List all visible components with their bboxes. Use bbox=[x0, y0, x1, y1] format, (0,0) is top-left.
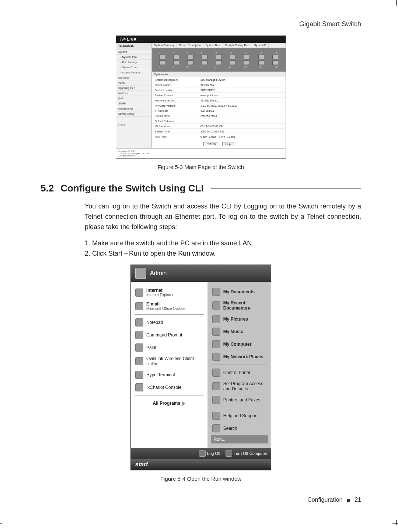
section-title: Configure the Switch Using CLI bbox=[60, 183, 204, 194]
port-icon bbox=[188, 61, 193, 65]
start-item[interactable]: My Pictures bbox=[209, 313, 269, 325]
start-item[interactable]: My Music bbox=[209, 325, 269, 338]
start-item-email[interactable]: E-mail Microsoft Office Outlook bbox=[132, 299, 206, 313]
sidebar-item[interactable]: Switching bbox=[116, 75, 151, 80]
tab[interactable]: System Summary bbox=[152, 43, 177, 48]
port-icon bbox=[230, 55, 236, 59]
notepad-icon bbox=[135, 318, 143, 327]
sidebar-logout[interactable]: Logout bbox=[116, 122, 151, 127]
tab-row: System Summary Device Description System… bbox=[152, 43, 286, 48]
section-number: 5.2 bbox=[41, 183, 54, 194]
sidebar-item[interactable]: VLAN bbox=[116, 80, 151, 86]
port-icon bbox=[159, 55, 165, 59]
logoff-icon bbox=[199, 450, 206, 457]
section-heading: 5.2 Configure the Switch Using CLI bbox=[41, 183, 361, 194]
port-icon bbox=[159, 61, 165, 65]
start-item[interactable]: OvisLink Wireless Client Utility bbox=[132, 354, 206, 369]
start-item[interactable]: Set Program Access and Defaults bbox=[209, 379, 269, 394]
tab[interactable]: System IP bbox=[252, 43, 269, 48]
port-icon bbox=[244, 55, 250, 59]
port-icon bbox=[230, 61, 236, 65]
copyright: Copyright © 2012 TP-LINK Technologies Co… bbox=[116, 148, 286, 158]
start-menu-footer: Log Off Turn Off Computer bbox=[131, 448, 271, 459]
help-button[interactable]: Help bbox=[222, 142, 234, 146]
separator bbox=[212, 408, 267, 408]
start-item[interactable]: My Documents bbox=[209, 286, 269, 298]
system-info-table: System Description:16G Managed Switch De… bbox=[152, 77, 286, 140]
start-item[interactable]: Control Panel bbox=[209, 366, 269, 379]
start-item[interactable]: Search bbox=[209, 422, 269, 435]
sidebar-item[interactable]: • System Info bbox=[116, 55, 151, 60]
all-programs[interactable]: All Programs bbox=[132, 397, 206, 408]
figure-caption-5-4: Figure 5-4 Open the Run window bbox=[41, 476, 361, 482]
sidebar-item[interactable]: Spanning Tree bbox=[116, 86, 151, 91]
start-item[interactable]: Help and Support bbox=[209, 410, 269, 422]
port-icon bbox=[216, 61, 222, 65]
sidebar-item[interactable]: • Access Security bbox=[116, 70, 151, 75]
sidebar-item[interactable]: System bbox=[116, 49, 151, 55]
power-icon bbox=[226, 450, 232, 457]
start-item[interactable]: My Network Places bbox=[209, 350, 269, 363]
computer-icon bbox=[212, 340, 220, 348]
section-rule bbox=[211, 188, 361, 189]
tab[interactable]: Device Description bbox=[177, 43, 203, 48]
start-right-column: My Documents My Recent Documents ▸ My Pi… bbox=[208, 282, 271, 448]
user-name: Admin bbox=[150, 270, 167, 277]
sidebar-item[interactable]: Saving Config bbox=[116, 111, 151, 117]
brand-label: TP-LINK bbox=[116, 36, 286, 43]
sidebar-spacer bbox=[116, 117, 151, 122]
sidebar-item[interactable]: • System Tools bbox=[116, 65, 151, 70]
refresh-button[interactable]: Refresh bbox=[203, 142, 219, 146]
ie-icon bbox=[135, 289, 143, 297]
info-header: System Info bbox=[152, 72, 286, 77]
ixchariot-icon bbox=[135, 383, 143, 391]
folder-icon bbox=[212, 328, 220, 336]
port-icon bbox=[258, 55, 264, 59]
port-icon bbox=[173, 55, 179, 59]
port-icon bbox=[272, 61, 278, 65]
port-icon bbox=[188, 55, 193, 59]
defaults-icon bbox=[212, 382, 220, 390]
printer-icon bbox=[212, 396, 220, 404]
start-button[interactable]: start bbox=[131, 459, 271, 470]
sidebar-item[interactable]: QoS bbox=[116, 96, 151, 101]
square-icon bbox=[347, 499, 350, 502]
sidebar-item[interactable]: SNMP bbox=[116, 101, 151, 106]
port-icon bbox=[272, 55, 278, 59]
step-2: 2. Click Start→Run to open the Run windo… bbox=[85, 249, 361, 259]
start-item[interactable]: Command Prompt bbox=[132, 329, 206, 341]
figure-caption-5-3: Figure 5-3 Main Page of the Switch bbox=[41, 164, 361, 170]
tab[interactable]: System Time bbox=[203, 43, 223, 48]
port-icon bbox=[244, 61, 250, 65]
start-item[interactable]: IxChariot Console bbox=[132, 381, 206, 394]
separator bbox=[135, 395, 204, 395]
outlook-icon bbox=[135, 302, 143, 310]
step-1: 1. Make sure the switch and the PC are i… bbox=[85, 238, 361, 249]
sidebar-item[interactable]: Multicast bbox=[116, 91, 151, 96]
paragraph: You can log on to the Switch and access … bbox=[85, 201, 361, 232]
start-item[interactable]: My Recent Documents ▸ bbox=[209, 298, 269, 313]
avatar-icon bbox=[135, 268, 146, 279]
separator bbox=[135, 314, 204, 315]
hyperterminal-icon bbox=[135, 371, 143, 379]
switch-main: System Summary Device Description System… bbox=[152, 43, 286, 148]
sidebar-item[interactable]: • User Manage bbox=[116, 60, 151, 65]
wifi-icon bbox=[135, 357, 143, 365]
port-panel: 2 4 6 8 10 12 14 16 14F bbox=[152, 48, 286, 72]
sidebar-item[interactable]: Maintenance bbox=[116, 106, 151, 111]
switch-admin-screenshot: TP-LINK TL-SG2216 System • System Info •… bbox=[116, 35, 286, 159]
start-item[interactable]: My Computer bbox=[209, 338, 269, 350]
start-item[interactable]: HyperTerminal bbox=[132, 369, 206, 381]
tab[interactable]: Daylight Saving Time bbox=[223, 43, 252, 48]
model-label: TL-SG2216 bbox=[116, 43, 151, 49]
port-icon bbox=[202, 55, 207, 59]
turnoff-button[interactable]: Turn Off Computer bbox=[226, 450, 267, 457]
start-left-column: Internet Internet Explorer E-mail Micros… bbox=[131, 282, 208, 448]
start-item[interactable]: Notepad bbox=[132, 316, 206, 329]
logoff-button[interactable]: Log Off bbox=[199, 450, 220, 457]
paint-icon bbox=[135, 343, 143, 352]
start-item[interactable]: Paint bbox=[132, 341, 206, 354]
start-item-run-highlight[interactable]: Run... bbox=[211, 435, 268, 443]
start-item[interactable]: Printers and Faxes bbox=[209, 394, 269, 406]
start-item-internet[interactable]: Internet Internet Explorer bbox=[132, 286, 206, 299]
